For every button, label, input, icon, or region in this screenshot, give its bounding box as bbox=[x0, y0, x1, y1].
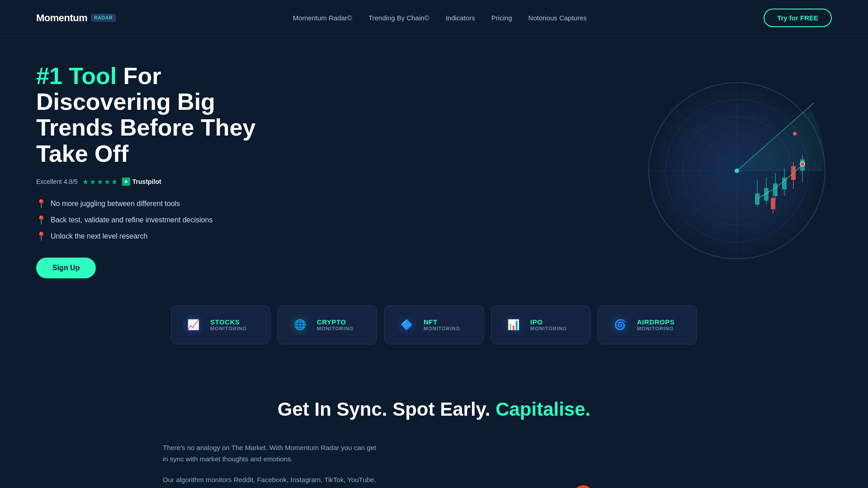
nft-icon: 🔷 bbox=[396, 314, 417, 336]
card-nft[interactable]: 🔷 NFT MONITORING bbox=[384, 305, 484, 344]
trustpilot-brand: ✦ Trustpilot bbox=[122, 178, 161, 186]
svg-rect-16 bbox=[773, 183, 778, 196]
hero-title: #1 Tool For Discovering Big Trends Befor… bbox=[36, 63, 289, 167]
nft-title: NFT bbox=[424, 318, 460, 326]
stocks-text: STOCKS MONITORING bbox=[210, 318, 247, 331]
trustpilot-brand-name: Trustpilot bbox=[132, 178, 161, 185]
sync-visual: f R ✈ D 𝕏 bbox=[407, 442, 705, 488]
ipo-title: IPO bbox=[530, 318, 567, 326]
star-3: ★ bbox=[97, 178, 103, 186]
nav-pricing[interactable]: Pricing bbox=[491, 14, 512, 22]
hero-section: #1 Tool For Discovering Big Trends Befor… bbox=[0, 36, 868, 296]
svg-point-35 bbox=[573, 485, 593, 488]
star-5: ★ bbox=[111, 178, 118, 186]
social-radar-svg: f R ✈ D 𝕏 bbox=[488, 442, 624, 488]
ipo-sub: MONITORING bbox=[530, 326, 567, 331]
sync-para-2: Our algorithm monitors Reddit, Facebook,… bbox=[163, 474, 380, 488]
sync-title: Get In Sync. Spot Early. Capitalise. bbox=[278, 399, 590, 420]
monitoring-cards: 📈 STOCKS MONITORING 🌐 CRYPTO MONITORING … bbox=[0, 296, 868, 371]
logo[interactable]: Momentum RADAR bbox=[36, 12, 116, 24]
sync-content: There's no analogy on The Market. With M… bbox=[163, 442, 705, 488]
crypto-sub: MONITORING bbox=[317, 326, 354, 331]
radar-chart bbox=[642, 76, 832, 266]
airdrops-sub: MONITORING bbox=[637, 326, 675, 331]
sync-section: Get In Sync. Spot Early. Capitalise. The… bbox=[0, 371, 868, 488]
bullet-icon-1: 📍 bbox=[36, 199, 46, 209]
trustpilot-icon: ✦ bbox=[122, 178, 130, 186]
nav-trending-by-chain[interactable]: Trending By Chain© bbox=[368, 14, 429, 22]
card-stocks[interactable]: 📈 STOCKS MONITORING bbox=[171, 305, 270, 344]
airdrops-title: AIRDROPS bbox=[637, 318, 675, 326]
bullet-text-2: Back test, validate and refine investmen… bbox=[51, 216, 212, 224]
card-crypto[interactable]: 🌐 CRYPTO MONITORING bbox=[278, 305, 377, 344]
crypto-text: CRYPTO MONITORING bbox=[317, 318, 354, 331]
navbar: Momentum RADAR Momentum Radar© Trending … bbox=[0, 0, 868, 36]
stocks-title: STOCKS bbox=[210, 318, 247, 326]
trustpilot-label: Excellent 4.8/5 bbox=[36, 178, 78, 185]
sync-text: There's no analogy on The Market. With M… bbox=[163, 442, 380, 488]
hero-content: #1 Tool For Discovering Big Trends Befor… bbox=[36, 63, 289, 278]
trustpilot-row: Excellent 4.8/5 ★ ★ ★ ★ ★ ✦ Trustpilot bbox=[36, 178, 289, 186]
bullet-1: 📍 No more juggling between different too… bbox=[36, 199, 289, 209]
nft-sub: MONITORING bbox=[424, 326, 460, 331]
radar-visual bbox=[642, 76, 832, 266]
bullet-icon-3: 📍 bbox=[36, 231, 46, 241]
sync-title-white: Get In Sync. Spot Early. bbox=[278, 399, 495, 420]
airdrops-icon: 🌀 bbox=[609, 314, 631, 336]
star-1: ★ bbox=[82, 178, 89, 186]
svg-point-25 bbox=[800, 162, 805, 166]
nav-links: Momentum Radar© Trending By Chain© Indic… bbox=[293, 14, 587, 22]
stocks-icon: 📈 bbox=[182, 314, 204, 336]
ipo-icon: 📊 bbox=[502, 314, 524, 336]
bullet-3: 📍 Unlock the next level research bbox=[36, 231, 289, 241]
card-ipo[interactable]: 📊 IPO MONITORING bbox=[491, 305, 590, 344]
logo-text: Momentum bbox=[36, 12, 87, 24]
nav-momentum-radar[interactable]: Momentum Radar© bbox=[293, 14, 352, 22]
bullet-text-1: No more juggling between different tools bbox=[51, 200, 180, 208]
nav-notorious-captures[interactable]: Notorious Captures bbox=[528, 14, 587, 22]
bullet-2: 📍 Back test, validate and refine investm… bbox=[36, 215, 289, 225]
sync-para-1: There's no analogy on The Market. With M… bbox=[163, 442, 380, 465]
sync-title-teal: Capitalise. bbox=[495, 399, 590, 420]
bullet-text-3: Unlock the next level research bbox=[51, 232, 147, 240]
star-2: ★ bbox=[90, 178, 96, 186]
nav-indicators[interactable]: Indicators bbox=[446, 14, 475, 22]
stocks-sub: MONITORING bbox=[210, 326, 247, 331]
ipo-text: IPO MONITORING bbox=[530, 318, 567, 331]
try-free-button[interactable]: Try for FREE bbox=[764, 9, 832, 27]
svg-point-27 bbox=[793, 132, 797, 136]
crypto-icon: 🌐 bbox=[289, 314, 311, 336]
signup-button[interactable]: Sign Up bbox=[36, 258, 96, 278]
hero-bullets: 📍 No more juggling between different too… bbox=[36, 199, 289, 241]
svg-rect-12 bbox=[755, 193, 760, 205]
card-airdrops[interactable]: 🌀 AIRDROPS MONITORING bbox=[598, 305, 697, 344]
star-4: ★ bbox=[104, 178, 110, 186]
svg-point-26 bbox=[735, 169, 739, 173]
svg-rect-24 bbox=[771, 198, 775, 209]
bullet-icon-2: 📍 bbox=[36, 215, 46, 225]
crypto-title: CRYPTO bbox=[317, 318, 354, 326]
hero-title-highlight: #1 Tool bbox=[36, 63, 117, 89]
airdrops-text: AIRDROPS MONITORING bbox=[637, 318, 675, 331]
nft-text: NFT MONITORING bbox=[424, 318, 460, 331]
logo-badge: RADAR bbox=[91, 14, 116, 22]
star-rating: ★ ★ ★ ★ ★ bbox=[82, 178, 118, 186]
